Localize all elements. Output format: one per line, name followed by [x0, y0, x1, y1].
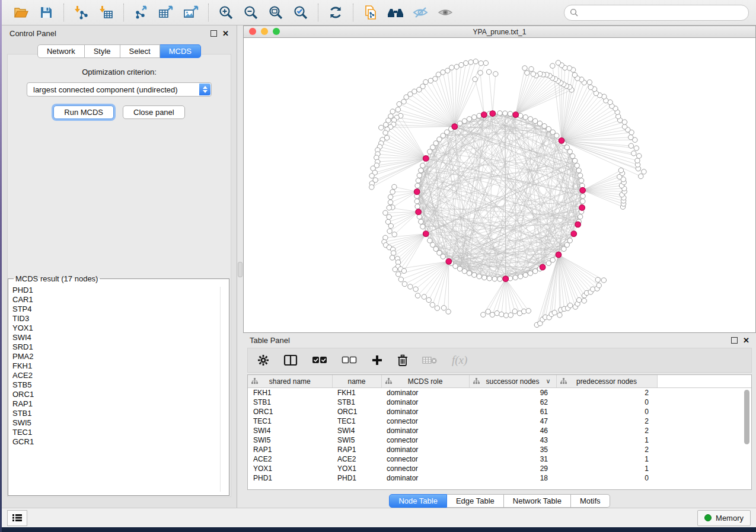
graph-node[interactable] [482, 275, 487, 280]
graph-node[interactable] [642, 169, 646, 174]
graph-node[interactable] [513, 275, 518, 280]
graph-node[interactable] [417, 87, 422, 92]
graph-node[interactable] [576, 168, 581, 173]
mcds-node-item[interactable]: CAR1 [12, 295, 229, 305]
graph-node[interactable] [576, 297, 581, 302]
graph-node[interactable] [528, 271, 532, 275]
task-history-button[interactable] [7, 510, 27, 526]
mcds-node-item[interactable]: STP4 [12, 305, 229, 314]
table-row[interactable]: SWI4SWI4dominator462 [248, 426, 751, 435]
hub-node[interactable] [490, 111, 496, 117]
hub-node[interactable] [540, 264, 546, 270]
graph-node[interactable] [579, 178, 583, 183]
graph-node[interactable] [490, 312, 495, 317]
hub-node[interactable] [579, 205, 585, 211]
graph-node[interactable] [387, 229, 392, 233]
column-header-shared-name[interactable]: shared name [248, 375, 332, 388]
tab-network-table[interactable]: Network Table [504, 494, 571, 508]
zoom-in-icon[interactable] [217, 4, 235, 21]
show-columns-icon[interactable] [283, 354, 298, 366]
graph-node[interactable] [557, 313, 562, 318]
criterion-select[interactable]: largest connected component (undirected) [27, 82, 212, 97]
graph-node[interactable] [635, 158, 640, 163]
column-header-successor-nodes[interactable]: successor nodes∨ [469, 375, 556, 388]
table-row[interactable]: STB1STB1dominator620 [248, 398, 751, 407]
save-session-icon[interactable] [37, 4, 55, 21]
graph-node[interactable] [556, 60, 560, 65]
graph-node[interactable] [423, 79, 428, 84]
graph-node[interactable] [629, 135, 633, 140]
graph-node[interactable] [428, 78, 433, 83]
graph-node[interactable] [622, 120, 627, 124]
zoom-selected-icon[interactable] [292, 4, 310, 21]
graph-node[interactable] [479, 61, 483, 66]
graph-node[interactable] [454, 65, 459, 69]
first-neighbors-icon[interactable] [387, 4, 404, 21]
graph-node[interactable] [369, 174, 374, 178]
graph-node[interactable] [622, 124, 627, 129]
mcds-node-item[interactable]: SWI4 [12, 333, 229, 342]
graph-node[interactable] [588, 85, 593, 89]
graph-node[interactable] [473, 59, 478, 63]
graph-node[interactable] [512, 309, 517, 313]
hub-node[interactable] [575, 222, 581, 227]
graph-node[interactable] [508, 111, 512, 116]
mcds-node-item[interactable]: PHD1 [12, 286, 229, 295]
network-titlebar[interactable]: YPA_prune.txt_1 [243, 25, 756, 38]
graph-node[interactable] [393, 267, 397, 272]
graph-node[interactable] [629, 143, 633, 148]
panel-split-divider[interactable] [237, 25, 243, 508]
mcds-node-item[interactable]: RAP1 [12, 399, 229, 409]
mcds-node-item[interactable]: SRD1 [12, 342, 229, 352]
zoom-out-icon[interactable] [242, 4, 260, 21]
tab-node-table[interactable]: Node Table [389, 494, 447, 508]
memory-button[interactable]: Memory [697, 510, 751, 526]
graph-node[interactable] [387, 214, 391, 219]
graph-node[interactable] [467, 117, 471, 121]
tab-select[interactable]: Select [120, 44, 160, 58]
graph-node[interactable] [550, 63, 555, 68]
deselect-all-rows-icon[interactable] [342, 356, 357, 364]
hub-node[interactable] [503, 276, 509, 282]
hub-node[interactable] [414, 189, 420, 195]
export-table-icon[interactable] [157, 4, 175, 21]
network-canvas[interactable] [243, 38, 756, 333]
graph-node[interactable] [420, 224, 425, 229]
graph-node[interactable] [567, 238, 572, 243]
table-scrollbar-thumb[interactable] [744, 390, 749, 444]
tab-mcds[interactable]: MCDS [160, 44, 201, 58]
mcds-node-item[interactable]: ACE2 [12, 371, 229, 380]
mcds-node-item[interactable]: STB5 [12, 380, 229, 390]
graph-node[interactable] [523, 273, 528, 277]
graph-node[interactable] [601, 278, 606, 283]
graph-node[interactable] [445, 68, 450, 73]
graph-node[interactable] [546, 127, 551, 132]
hub-node[interactable] [481, 112, 487, 118]
graph-node[interactable] [390, 109, 395, 114]
float-panel-icon[interactable] [210, 30, 217, 37]
graph-node[interactable] [468, 60, 473, 65]
graph-node[interactable] [388, 200, 393, 204]
column-header-name[interactable]: name [332, 375, 381, 388]
graph-node[interactable] [388, 223, 393, 228]
graph-node[interactable] [464, 60, 468, 65]
graph-node[interactable] [618, 168, 623, 172]
import-table-icon[interactable] [97, 4, 115, 21]
graph-node[interactable] [390, 255, 394, 260]
close-panel-icon[interactable]: ✕ [222, 30, 229, 37]
split-handle[interactable] [238, 262, 243, 277]
graph-node[interactable] [436, 72, 441, 77]
graph-node[interactable] [637, 153, 642, 158]
search-box[interactable] [564, 5, 749, 21]
graph-node[interactable] [397, 101, 401, 106]
graph-node[interactable] [572, 158, 577, 163]
graph-node[interactable] [402, 281, 407, 286]
graph-node[interactable] [459, 62, 464, 67]
graph-node[interactable] [634, 146, 639, 150]
graph-node[interactable] [383, 210, 388, 215]
graph-node[interactable] [567, 149, 572, 154]
delete-columns-icon[interactable] [397, 354, 408, 366]
hub-node[interactable] [423, 156, 429, 162]
graph-node[interactable] [392, 184, 397, 189]
graph-node[interactable] [550, 258, 555, 262]
